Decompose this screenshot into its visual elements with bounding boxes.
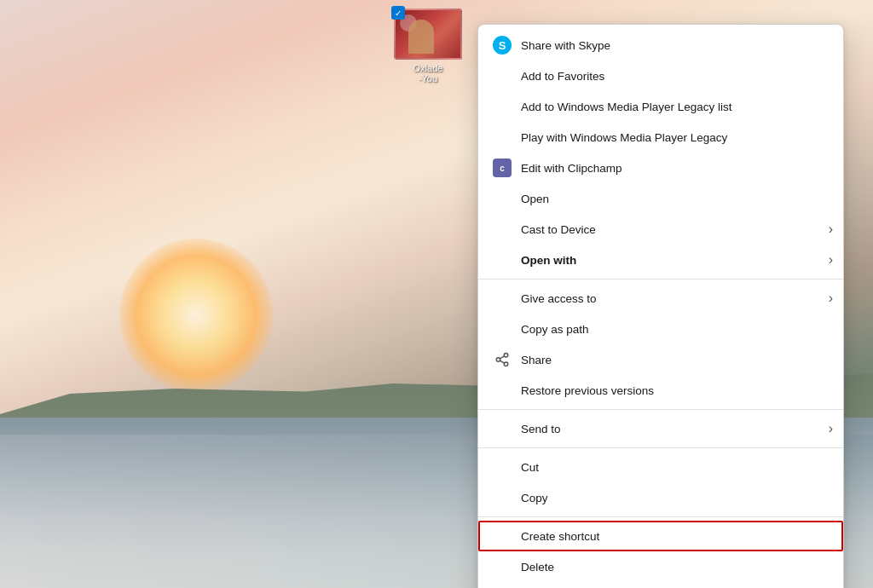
sun-glow bbox=[119, 239, 273, 392]
separator-2 bbox=[478, 409, 843, 410]
menu-label-edit-clipchamp: Edit with Clipchamp bbox=[521, 162, 830, 175]
share-icon bbox=[492, 349, 512, 370]
menu-label-open: Open bbox=[521, 193, 830, 205]
menu-label-create-shortcut: Create shortcut bbox=[521, 530, 830, 543]
menu-label-add-wmp: Add to Windows Media Player Legacy list bbox=[521, 101, 830, 113]
menu-item-copy[interactable]: Copy bbox=[478, 482, 843, 513]
menu-item-open-with[interactable]: Open with bbox=[478, 245, 843, 275]
menu-item-cut[interactable]: Cut bbox=[478, 452, 843, 482]
menu-item-play-wmp[interactable]: Play with Windows Media Player Legacy bbox=[478, 122, 843, 153]
menu-label-open-with: Open with bbox=[521, 254, 830, 267]
menu-label-copy-as-path: Copy as path bbox=[521, 323, 830, 336]
menu-item-edit-clipchamp[interactable]: c Edit with Clipchamp bbox=[478, 153, 843, 183]
svg-line-4 bbox=[500, 356, 504, 359]
menu-item-cast-device[interactable]: Cast to Device bbox=[478, 214, 843, 245]
separator-3 bbox=[478, 447, 843, 448]
menu-item-delete[interactable]: Delete bbox=[478, 551, 843, 582]
menu-item-copy-as-path[interactable]: Copy as path bbox=[478, 314, 843, 344]
menu-label-add-favorites: Add to Favorites bbox=[521, 70, 830, 83]
menu-label-cut: Cut bbox=[521, 461, 830, 474]
menu-item-add-favorites[interactable]: Add to Favorites bbox=[478, 61, 843, 91]
context-menu: S Share with Skype Add to Favorites Add … bbox=[477, 24, 844, 588]
file-name: Oxlade -You bbox=[413, 63, 443, 84]
menu-item-restore-versions[interactable]: Restore previous versions bbox=[478, 375, 843, 406]
menu-item-open[interactable]: Open bbox=[478, 183, 843, 214]
file-icon[interactable]: ✓ Oxlade -You bbox=[394, 9, 462, 84]
separator-4 bbox=[478, 516, 843, 517]
skype-icon: S bbox=[492, 35, 512, 55]
menu-label-share: Share bbox=[521, 354, 830, 366]
menu-item-give-access[interactable]: Give access to bbox=[478, 283, 843, 314]
menu-item-send-to[interactable]: Send to bbox=[478, 413, 843, 444]
menu-label-play-wmp: Play with Windows Media Player Legacy bbox=[521, 131, 830, 144]
menu-label-restore-versions: Restore previous versions bbox=[521, 384, 830, 397]
menu-item-share-skype[interactable]: S Share with Skype bbox=[478, 30, 843, 61]
menu-label-send-to: Send to bbox=[521, 423, 830, 435]
menu-label-copy: Copy bbox=[521, 492, 830, 504]
menu-item-rename[interactable]: Rename bbox=[478, 582, 843, 588]
menu-label-share-skype: Share with Skype bbox=[521, 39, 830, 52]
clipchamp-icon: c bbox=[492, 158, 512, 178]
menu-item-create-shortcut[interactable]: Create shortcut bbox=[478, 521, 843, 551]
menu-label-cast-device: Cast to Device bbox=[521, 223, 830, 236]
svg-line-3 bbox=[500, 360, 504, 363]
separator-1 bbox=[478, 279, 843, 280]
menu-label-give-access: Give access to bbox=[521, 292, 830, 305]
menu-label-delete: Delete bbox=[521, 561, 830, 574]
file-checkbox: ✓ bbox=[391, 6, 405, 20]
thumbnail-figure bbox=[408, 20, 434, 54]
menu-item-share[interactable]: Share bbox=[478, 344, 843, 375]
menu-item-add-wmp[interactable]: Add to Windows Media Player Legacy list bbox=[478, 91, 843, 122]
